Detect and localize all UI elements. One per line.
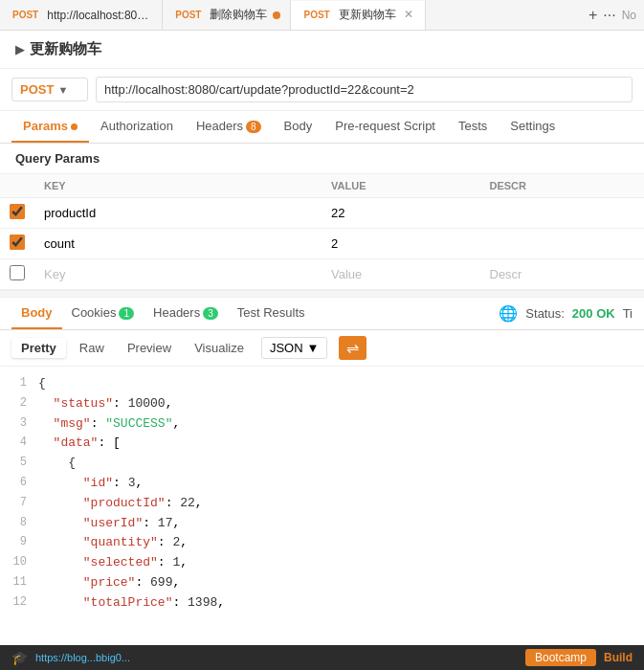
format-pretty-button[interactable]: Pretty [11, 338, 66, 358]
request-title-bar: ▶ 更新购物车 [0, 31, 644, 69]
tab-params[interactable]: Params [11, 111, 89, 143]
row1-key[interactable]: productId [34, 198, 322, 229]
format-type-caret-icon: ▼ [307, 341, 320, 355]
table-row: count 2 [0, 229, 644, 259]
line-num-6: 6 [8, 474, 38, 492]
json-content-3: "msg": "SUCCESS", [38, 414, 636, 435]
json-content-9: "quantity": 2, [38, 533, 636, 553]
json-content-11: "price": 699, [38, 573, 636, 593]
json-content-1: { [38, 374, 636, 394]
line-num-2: 2 [8, 394, 38, 413]
line-num-3: 3 [8, 414, 38, 433]
json-line-7: 7 "productId": 22, [0, 494, 644, 514]
json-line-12: 12 "totalPrice": 1398, [0, 593, 644, 614]
format-visualize-button[interactable]: Visualize [185, 338, 254, 358]
tab-2[interactable]: POST 删除购物车 [163, 0, 291, 30]
row2-desc[interactable] [480, 229, 645, 259]
json-content-8: "userId": 17, [38, 514, 636, 534]
row1-checkbox[interactable] [10, 204, 25, 219]
tab-1[interactable]: POST http://localhost:8080/... [0, 0, 163, 30]
wrap-button[interactable]: ⇌ [339, 336, 366, 360]
tab-headers[interactable]: Headers8 [185, 111, 273, 143]
col-desc: DESCR [480, 174, 645, 198]
tab-prerequest[interactable]: Pre-request Script [323, 111, 447, 143]
line-num-7: 7 [8, 494, 38, 512]
row1-desc[interactable] [480, 198, 645, 229]
tab-3[interactable]: POST 更新购物车 ✕ [291, 1, 425, 31]
json-content-12: "totalPrice": 1398, [38, 593, 636, 614]
json-body: 1 { 2 "status": 10000, 3 "msg": "SUCCESS… [0, 367, 644, 621]
row1-check-cell[interactable] [0, 198, 34, 229]
row2-value[interactable]: 2 [322, 229, 480, 259]
tab-3-method: POST [300, 9, 332, 21]
tab-2-method: POST [172, 9, 204, 21]
table-row: Key Value Descr [0, 259, 644, 290]
col-key: KEY [34, 174, 322, 198]
params-dot [71, 123, 78, 130]
row2-check-cell[interactable] [0, 229, 34, 259]
json-line-10: 10 "selected": 1, [0, 553, 644, 573]
method-select[interactable]: POST ▼ [11, 78, 88, 101]
json-line-11: 11 "price": 699, [0, 573, 644, 593]
row2-key[interactable]: count [34, 229, 322, 259]
json-content-7: "productId": 22, [38, 494, 636, 514]
request-title: 更新购物车 [30, 40, 101, 58]
line-num-4: 4 [8, 434, 38, 452]
row2-checkbox[interactable] [10, 234, 25, 250]
new-row-desc[interactable]: Descr [480, 259, 645, 290]
cookies-badge: 1 [119, 307, 134, 320]
time-label: Ti [623, 306, 633, 321]
query-params-label: Query Params [0, 144, 644, 174]
json-content-5: { [38, 454, 636, 474]
resp-tab-body[interactable]: Body [11, 298, 62, 329]
resp-tab-testresults[interactable]: Test Results [228, 298, 315, 329]
section-divider [0, 290, 644, 298]
json-line-6: 6 "id": 3, [0, 474, 644, 494]
key-placeholder: Key [44, 267, 65, 281]
expand-icon[interactable]: ▶ [15, 43, 24, 56]
new-row-check-cell[interactable] [0, 259, 34, 290]
json-content-2: "status": 10000, [38, 394, 636, 414]
more-tabs-button[interactable]: ··· [603, 7, 615, 24]
status-label: Status: [525, 306, 564, 321]
line-num-1: 1 [8, 374, 38, 392]
status-value: 200 OK [572, 306, 615, 321]
tab-tests[interactable]: Tests [447, 111, 499, 143]
json-content-6: "id": 3, [38, 474, 636, 494]
resp-tab-cookies[interactable]: Cookies1 [62, 298, 144, 329]
no-label: No [622, 9, 636, 22]
tab-actions: + ··· No [581, 7, 644, 24]
tab-settings[interactable]: Settings [499, 111, 566, 143]
json-line-9: 9 "quantity": 2, [0, 533, 644, 553]
tab-3-label: 更新购物车 [339, 7, 396, 23]
request-nav: Params Authorization Headers8 Body Pre-r… [0, 111, 644, 144]
tab-authorization[interactable]: Authorization [89, 111, 185, 143]
new-tab-button[interactable]: + [588, 7, 597, 24]
tab-bar: POST http://localhost:8080/... POST 删除购物… [0, 0, 644, 31]
format-bar: Pretty Raw Preview Visualize JSON ▼ ⇌ [0, 330, 644, 367]
method-label: POST [20, 82, 54, 97]
url-input[interactable] [96, 77, 633, 102]
json-line-5: 5 { [0, 454, 644, 474]
resp-tab-headers[interactable]: Headers3 [144, 298, 228, 329]
format-preview-button[interactable]: Preview [118, 338, 181, 358]
line-num-9: 9 [8, 533, 38, 551]
tab-body[interactable]: Body [273, 111, 324, 143]
format-raw-button[interactable]: Raw [70, 338, 114, 358]
json-line-8: 8 "userId": 17, [0, 514, 644, 534]
new-row-checkbox[interactable] [10, 265, 25, 280]
json-line-3: 3 "msg": "SUCCESS", [0, 414, 644, 435]
tab-1-method: POST [10, 9, 41, 21]
line-num-11: 11 [8, 573, 38, 592]
new-row-key[interactable]: Key [34, 259, 322, 290]
new-row-value[interactable]: Value [322, 259, 480, 290]
row1-value[interactable]: 22 [322, 198, 480, 229]
tab-3-close-icon[interactable]: ✕ [402, 8, 415, 21]
format-type-select[interactable]: JSON ▼ [261, 337, 328, 359]
tab-2-dot [273, 11, 280, 19]
wrap-icon: ⇌ [346, 339, 359, 357]
table-row: productId 22 [0, 198, 644, 229]
resp-headers-badge: 3 [203, 307, 218, 320]
col-value: VALUE [322, 174, 480, 198]
response-nav: Body Cookies1 Headers3 Test Results 🌐 St… [0, 298, 644, 330]
